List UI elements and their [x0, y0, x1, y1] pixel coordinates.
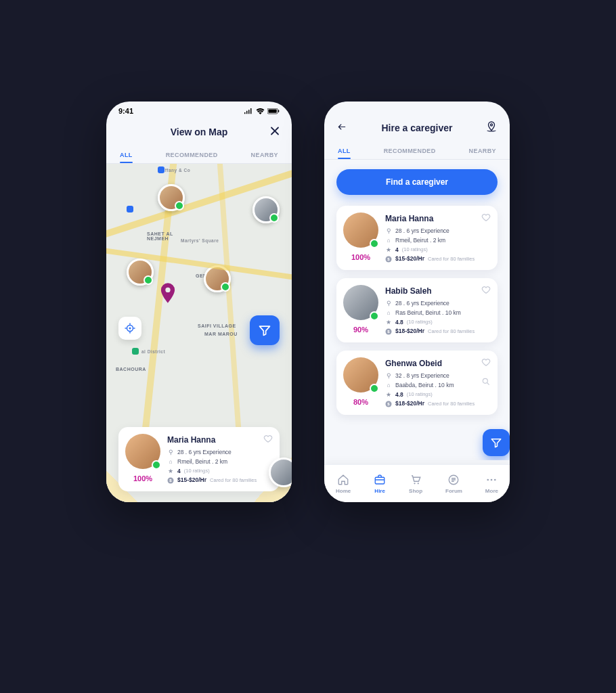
location-text: Ras Beirut, Beirut . 10 km: [395, 309, 461, 317]
dollar-icon: $: [385, 401, 392, 407]
ratings-count: (10 ratings): [407, 390, 433, 398]
experience-text: 28 . 6 yrs Experience: [395, 299, 449, 308]
map-canvas[interactable]: SAHET AL NEJMEH GEMM SAIFI VILLAGE MAR M…: [106, 164, 292, 502]
families-text: Cared for 80 families: [428, 255, 475, 263]
hourly-rate: $18-$20/Hr: [395, 399, 424, 408]
experience-text: 32 . 8 yrs Experience: [395, 372, 449, 380]
caregiver-card[interactable]: 80% Ghenwa Obeid ⚲32 . 8 yrs Experience …: [336, 351, 498, 415]
svg-point-20: [491, 478, 493, 480]
caregiver-card[interactable]: 100% Maria Hanna ⚲28 . 6 yrs Experience …: [118, 427, 280, 491]
map-label: BACHOURA: [116, 367, 146, 372]
heart-icon[interactable]: [481, 213, 491, 225]
home-icon: [337, 474, 349, 486]
find-caregiver-button[interactable]: Find a caregiver: [336, 169, 498, 195]
nav-forum[interactable]: Forum: [445, 474, 462, 494]
ratings-count: (10 ratings): [402, 246, 428, 253]
status-bar: 9:41: [106, 102, 292, 120]
caregiver-name: Habib Saleh: [385, 285, 475, 297]
status-bar: [324, 102, 510, 116]
locate-me-button[interactable]: [118, 317, 141, 340]
gender-icon: ⚲: [385, 372, 392, 380]
map-poi: [158, 166, 164, 173]
cart-icon: [410, 474, 422, 486]
heart-icon[interactable]: [481, 285, 491, 297]
location-text: Rmeil, Beirut . 2 km: [177, 457, 227, 466]
match-percent: 80%: [353, 398, 368, 406]
ratings-count: (10 ratings): [184, 467, 210, 474]
dollar-icon: $: [167, 477, 174, 484]
caregiver-card[interactable]: 100% Maria Hanna ⚲28 . 6 yrs Experience …: [336, 206, 498, 270]
close-icon[interactable]: [270, 127, 280, 138]
rating-value: 4.8: [395, 318, 403, 327]
star-icon: ★: [385, 390, 392, 399]
star-icon: ★: [385, 318, 392, 327]
avatar: [125, 434, 160, 469]
phone-map-view: 9:41 View on Map ALL RECOMMENDED NEARBY …: [106, 102, 292, 502]
match-percent: 90%: [353, 326, 368, 334]
filter-button[interactable]: [250, 315, 280, 345]
avatar: [343, 357, 378, 393]
tab-nearby[interactable]: NEARBY: [251, 152, 278, 163]
heart-icon[interactable]: [263, 434, 273, 446]
nav-home[interactable]: Home: [336, 474, 351, 494]
svg-point-21: [494, 478, 496, 480]
home-icon: ⌂: [167, 457, 174, 466]
gender-icon: ⚲: [167, 448, 174, 457]
tab-all[interactable]: ALL: [120, 152, 133, 163]
rating-value: 4: [177, 467, 181, 476]
filter-button[interactable]: [483, 429, 510, 456]
find-caregiver-label: Find a caregiver: [386, 177, 448, 187]
tab-recommended[interactable]: RECOMMENDED: [384, 148, 436, 159]
hourly-rate: $15-$20/Hr: [177, 476, 206, 485]
dollar-icon: $: [385, 328, 392, 335]
caregiver-list: 100% Maria Hanna ⚲28 . 6 yrs Experience …: [336, 206, 498, 415]
tabs: ALL RECOMMENDED NEARBY: [324, 139, 510, 160]
hourly-rate: $15-$20/Hr: [395, 254, 424, 263]
families-text: Cared for 80 families: [428, 400, 475, 407]
location-text: Rmeil, Beirut . 2 km: [395, 236, 445, 245]
svg-point-17: [418, 483, 419, 484]
nav-more[interactable]: More: [485, 474, 498, 494]
avatar-pin[interactable]: [127, 259, 154, 286]
forum-icon: [447, 474, 460, 486]
heart-icon[interactable]: [481, 357, 491, 370]
search-icon[interactable]: [481, 377, 491, 389]
briefcase-icon: [374, 474, 386, 486]
map-label: Tiffany & Co: [160, 168, 190, 173]
nav-shop[interactable]: Shop: [409, 474, 422, 494]
avatar: [343, 285, 378, 320]
tab-nearby[interactable]: NEARBY: [469, 148, 496, 159]
location-text: Baabda, Beirut . 10 km: [395, 381, 454, 390]
ratings-count: (10 ratings): [407, 318, 433, 326]
map-label: SAIFI VILLAGE: [198, 323, 236, 328]
svg-rect-1: [268, 109, 276, 112]
rating-value: 4.8: [395, 390, 403, 399]
svg-point-16: [414, 483, 415, 484]
caregiver-card[interactable]: 90% Habib Saleh ⚲28 . 6 yrs Experience ⌂…: [336, 278, 498, 342]
nav-label: Hire: [374, 488, 385, 494]
back-icon[interactable]: [336, 122, 347, 134]
avatar-pin[interactable]: [158, 184, 185, 211]
home-icon: ⌂: [385, 309, 392, 317]
avatar-pin[interactable]: [204, 265, 231, 292]
avatar-pin[interactable]: [252, 196, 280, 223]
status-time: 9:41: [118, 107, 133, 115]
tab-all[interactable]: ALL: [338, 148, 351, 159]
caregiver-name: Maria Hanna: [385, 213, 475, 225]
nav-hire[interactable]: Hire: [374, 474, 386, 494]
user-location-pin: [160, 283, 175, 298]
tabs: ALL RECOMMENDED NEARBY: [106, 143, 292, 164]
dollar-icon: $: [385, 256, 392, 263]
map-label: MAR MAROU: [204, 332, 238, 336]
map-poi: [132, 348, 139, 355]
nav-label: Shop: [409, 488, 422, 494]
map-label: al District: [141, 349, 165, 354]
home-icon: ⌂: [385, 236, 392, 245]
page-title: Hire a caregiver: [381, 122, 452, 133]
map-icon[interactable]: [485, 121, 498, 135]
svg-rect-15: [375, 477, 384, 484]
nav-label: Home: [336, 488, 351, 494]
tab-recommended[interactable]: RECOMMENDED: [166, 152, 218, 163]
experience-text: 28 . 6 yrs Experience: [177, 448, 232, 457]
families-text: Cared for 80 families: [210, 476, 257, 484]
